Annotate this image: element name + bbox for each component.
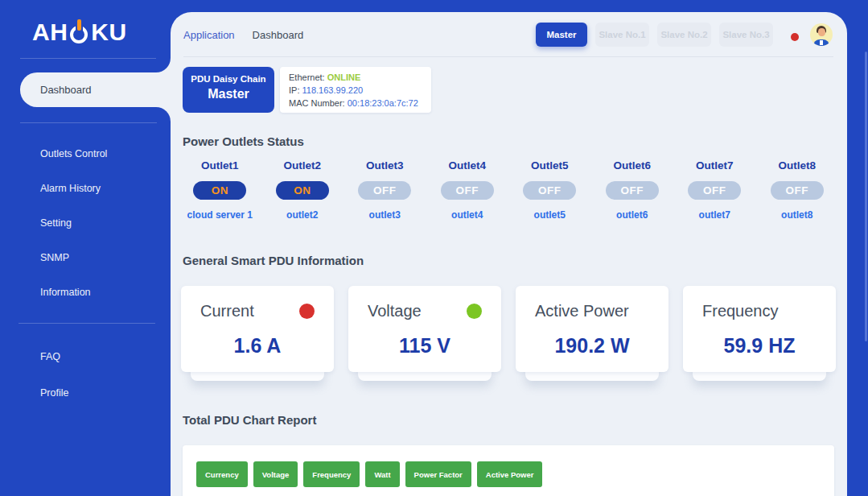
sidebar-divider xyxy=(20,58,157,59)
scrollbar[interactable] xyxy=(865,52,867,341)
metric-title: Voltage xyxy=(368,302,422,320)
outlet-name: Outlet5 xyxy=(508,159,591,172)
active-item-curve-bottom xyxy=(156,107,171,122)
ahoku-logo: AH KU xyxy=(32,18,127,47)
outlet-label: cloud server 1 xyxy=(179,209,261,221)
metric-card-current: Current 1.6 A xyxy=(181,286,334,382)
outlet-name: Outlet1 xyxy=(179,159,261,172)
ip-line: IP: 118.163.99.220 xyxy=(289,84,431,97)
chart-btn-power-factor[interactable]: Power Factor xyxy=(405,461,471,487)
outlet-column-3: Outlet3 OFF outlet3 xyxy=(343,159,426,221)
metrics-section-title: General Smart PDU Information xyxy=(183,254,364,267)
sidebar-item-profile[interactable]: Profile xyxy=(40,387,68,399)
outlet-name: Outlet4 xyxy=(426,159,509,172)
header-divider xyxy=(183,56,833,57)
mac-line: MAC Number: 00:18:23:0a:7c:72 xyxy=(289,97,431,110)
metric-value: 190.2 W xyxy=(535,334,649,358)
outlet-name: Outlet7 xyxy=(673,159,756,172)
chart-btn-frequency[interactable]: Frequency xyxy=(303,461,360,487)
chart-section-title: Total PDU Chart Report xyxy=(183,413,316,427)
sidebar: AH KU Dashboard Outlets Control Alarm Hi… xyxy=(0,0,171,496)
network-info-card: Ethernet: ONLINE IP: 118.163.99.220 MAC … xyxy=(280,67,431,113)
notification-dot-icon[interactable] xyxy=(791,33,799,41)
metric-value: 115 V xyxy=(368,334,482,358)
unit-selector: Master Slave No.1 Slave No.2 Slave No.3 xyxy=(536,23,773,47)
metric-title: Frequency xyxy=(702,302,779,320)
alert-dot-icon xyxy=(299,304,315,319)
outlet-toggle-5[interactable]: OFF xyxy=(523,181,576,200)
ok-dot-icon xyxy=(467,304,482,319)
sidebar-item-label: Dashboard xyxy=(40,84,92,96)
sidebar-item-dashboard[interactable]: Dashboard xyxy=(20,72,171,107)
metrics-row: Current 1.6 A Voltage 115 V Active Power xyxy=(181,286,836,382)
outlet-toggle-1[interactable]: ON xyxy=(193,181,246,200)
chart-btn-active-power[interactable]: Active Power xyxy=(477,461,543,487)
outlet-label: outlet3 xyxy=(343,209,426,221)
outlet-toggle-6[interactable]: OFF xyxy=(606,181,659,200)
outlet-name: Outlet3 xyxy=(343,159,426,172)
ip-value: 118.163.99.220 xyxy=(302,85,364,95)
outlet-label: outlet4 xyxy=(426,209,509,221)
mac-value: 00:18:23:0a:7c:72 xyxy=(348,98,418,108)
device-info-row: PDU Daisy Chain Master Ethernet: ONLINE … xyxy=(183,67,431,113)
logo-text-left: AH xyxy=(32,18,68,47)
chart-btn-currency[interactable]: Currency xyxy=(196,461,248,487)
tab-slave-1[interactable]: Slave No.1 xyxy=(595,23,649,47)
breadcrumb-application[interactable]: Application xyxy=(183,29,235,41)
outlet-name: Outlet8 xyxy=(756,159,839,172)
tab-slave-2[interactable]: Slave No.2 xyxy=(657,23,711,47)
chart-btn-watt[interactable]: Watt xyxy=(365,461,399,487)
outlet-label: outlet7 xyxy=(673,209,756,221)
sidebar-item-outlets-control[interactable]: Outlets Control xyxy=(40,148,107,159)
user-avatar[interactable] xyxy=(810,23,833,46)
ethernet-status: ONLINE xyxy=(327,72,361,82)
outlet-toggle-4[interactable]: OFF xyxy=(441,181,494,200)
chart-report-card: Currency Voltage Frequency Watt Power Fa… xyxy=(183,445,834,496)
outlet-column-8: Outlet8 OFF outlet8 xyxy=(756,159,839,221)
sidebar-item-information[interactable]: Information xyxy=(40,287,91,298)
sidebar-item-snmp[interactable]: SNMP xyxy=(40,252,69,263)
metric-value: 1.6 A xyxy=(200,334,315,358)
metric-card-active-power: Active Power 190.2 W xyxy=(516,286,668,382)
pdu-daisy-chain-card[interactable]: PDU Daisy Chain Master xyxy=(183,67,274,113)
sidebar-divider xyxy=(19,323,155,324)
outlets-section-title: Power Outlets Status xyxy=(183,134,304,148)
tab-slave-3[interactable]: Slave No.3 xyxy=(719,23,773,47)
outlets-row: Outlet1 ON cloud server 1 Outlet2 ON out… xyxy=(179,159,838,221)
outlet-toggle-3[interactable]: OFF xyxy=(358,181,411,200)
sidebar-item-alarm-history[interactable]: Alarm History xyxy=(40,183,101,194)
metric-title: Active Power xyxy=(535,302,629,320)
chain-title: PDU Daisy Chain xyxy=(183,74,274,84)
sidebar-divider xyxy=(20,122,157,123)
logo-text-right: KU xyxy=(91,18,126,47)
chart-btn-voltage[interactable]: Voltage xyxy=(253,461,298,487)
outlet-label: outlet6 xyxy=(591,209,674,221)
outlet-toggle-2[interactable]: ON xyxy=(276,181,329,200)
power-icon xyxy=(68,19,90,46)
metric-value: 59.9 HZ xyxy=(702,334,817,358)
tab-master[interactable]: Master xyxy=(536,23,587,47)
outlet-toggle-7[interactable]: OFF xyxy=(688,181,741,200)
metric-title: Current xyxy=(200,302,254,320)
outlet-label: outlet2 xyxy=(261,209,344,221)
sidebar-item-setting[interactable]: Setting xyxy=(40,217,72,229)
sidebar-item-faq[interactable]: FAQ xyxy=(40,351,60,362)
active-item-curve-top xyxy=(156,58,171,72)
main-panel: Application Dashboard Master Slave No.1 … xyxy=(171,12,847,496)
outlet-name: Outlet2 xyxy=(261,159,344,172)
outlet-column-6: Outlet6 OFF outlet6 xyxy=(591,159,674,221)
breadcrumb-dashboard: Dashboard xyxy=(253,29,304,41)
outlet-toggle-8[interactable]: OFF xyxy=(771,181,824,200)
outlet-column-4: Outlet4 OFF outlet4 xyxy=(426,159,509,221)
outlet-column-7: Outlet7 OFF outlet7 xyxy=(673,159,756,221)
outlet-name: Outlet6 xyxy=(591,159,674,172)
metric-card-voltage: Voltage 115 V xyxy=(348,286,501,382)
outlet-column-2: Outlet2 ON outlet2 xyxy=(261,159,344,221)
breadcrumb: Application Dashboard xyxy=(183,29,303,41)
outlet-label: outlet8 xyxy=(756,209,839,221)
outlet-label: outlet5 xyxy=(508,209,591,221)
outlet-column-5: Outlet5 OFF outlet5 xyxy=(508,159,591,221)
chain-role: Master xyxy=(183,87,274,101)
metric-card-frequency: Frequency 59.9 HZ xyxy=(683,286,836,382)
outlet-column-1: Outlet1 ON cloud server 1 xyxy=(179,159,261,221)
